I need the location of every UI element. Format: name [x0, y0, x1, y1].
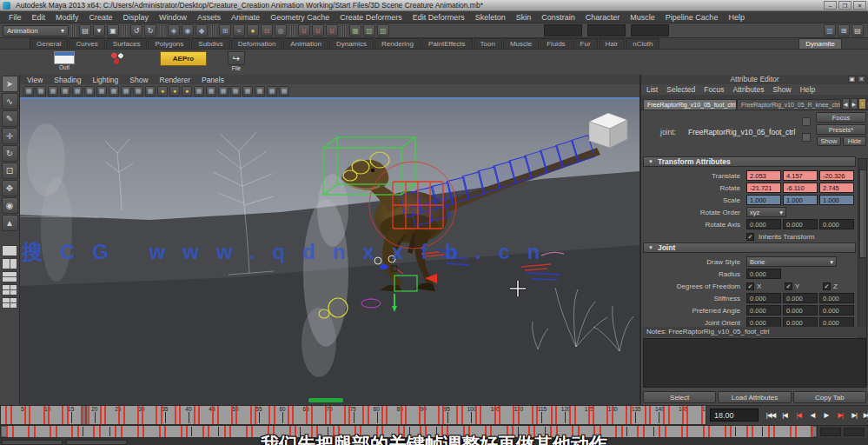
- show-manipulator-tool[interactable]: ▲: [2, 215, 18, 231]
- step-forward-frame-button[interactable]: ▶|: [847, 408, 861, 422]
- snap-magnet-2-icon[interactable]: ∪: [312, 24, 324, 37]
- menu-geometry-cache[interactable]: Geometry Cache: [265, 13, 335, 22]
- shelf-tab-rendering[interactable]: Rendering: [374, 38, 421, 49]
- shelf-item-dots[interactable]: [109, 51, 125, 65]
- scene-view[interactable]: 搜CG www.qdnxxfb.cn: [20, 97, 639, 405]
- move-tool[interactable]: ✛: [2, 128, 18, 144]
- keyframe-tick[interactable]: [161, 406, 162, 424]
- keyframe-tick[interactable]: [246, 426, 248, 437]
- keyframe-tick[interactable]: [551, 406, 553, 424]
- section-transform-attributes[interactable]: ▼Transform Attributes: [643, 156, 856, 167]
- next-key-button[interactable]: ▶|: [833, 408, 847, 422]
- keyframe-tick[interactable]: [480, 406, 481, 424]
- keyframe-tick[interactable]: [288, 406, 289, 424]
- keyframe-tick[interactable]: [159, 426, 161, 437]
- keyframe-tick[interactable]: [50, 426, 51, 437]
- menu-create-deformers[interactable]: Create Deformers: [335, 13, 407, 22]
- keyframe-tick[interactable]: [630, 406, 632, 424]
- open-scene-icon[interactable]: ▼: [93, 24, 105, 37]
- radius-field-0[interactable]: 0.000: [746, 269, 781, 279]
- preferred-angle-field-2[interactable]: 0.000: [819, 305, 854, 315]
- keyframe-tick[interactable]: [198, 406, 200, 424]
- select-by-hierarchy-icon[interactable]: ◈: [168, 24, 180, 37]
- menu-edit[interactable]: Edit: [27, 13, 51, 22]
- ae-menu-selected[interactable]: Selected: [666, 85, 695, 94]
- keyframe-tick[interactable]: [475, 406, 477, 424]
- wireframe-on-shaded-icon[interactable]: ▦: [133, 86, 143, 96]
- keyframe-tick[interactable]: [588, 406, 590, 424]
- stiffness-field-0[interactable]: 0.000: [746, 293, 781, 303]
- render-current-frame-icon[interactable]: ▦: [349, 24, 361, 37]
- show-tool-settings-icon[interactable]: ⊞: [838, 24, 850, 37]
- group-grip[interactable]: [290, 25, 295, 37]
- screen-space-ao-icon[interactable]: ●: [182, 86, 192, 96]
- keyframe-tick[interactable]: [593, 406, 594, 424]
- shadows-icon[interactable]: ●: [169, 86, 180, 96]
- keyframe-tick[interactable]: [708, 426, 710, 437]
- menu-display[interactable]: Display: [118, 13, 155, 22]
- translate-field-2[interactable]: -20.326: [819, 170, 854, 181]
- shelf-tab-hair[interactable]: Hair: [599, 38, 626, 49]
- keyframe-tick[interactable]: [99, 426, 101, 437]
- keyframe-tick[interactable]: [329, 406, 331, 424]
- menu-window[interactable]: Window: [154, 13, 192, 22]
- play-backwards-button[interactable]: ◀: [805, 408, 819, 422]
- help-line-stub[interactable]: [66, 440, 127, 445]
- keyframe-tick[interactable]: [773, 426, 775, 437]
- stiffness-field-2[interactable]: 0.000: [819, 293, 854, 303]
- title-bar[interactable]: Autodesk Maya 2013 x64: C:/Users/Adminis…: [0, 0, 868, 11]
- keyframe-tick[interactable]: [795, 426, 797, 437]
- keyframe-tick[interactable]: [325, 406, 327, 424]
- gate-mask-icon[interactable]: ▦: [279, 86, 289, 96]
- shelf-tab-deformation[interactable]: Deformation: [231, 38, 283, 49]
- dof-y-checkbox[interactable]: ✓: [785, 282, 792, 290]
- keyframe-tick[interactable]: [142, 406, 143, 424]
- keyframe-tick[interactable]: [812, 426, 813, 437]
- copy-tab-button[interactable]: Copy Tab: [793, 391, 866, 403]
- shelf-tab-painteffects[interactable]: PaintEffects: [421, 38, 473, 49]
- camera-attributes-icon[interactable]: ▦: [48, 86, 58, 96]
- ae-menu-help[interactable]: Help: [800, 85, 815, 94]
- resolution-gate-icon[interactable]: ▦: [267, 86, 277, 96]
- end-frame-field[interactable]: [844, 428, 865, 436]
- go-to-start-button[interactable]: |◀◀: [764, 408, 778, 422]
- keyframe-tick[interactable]: [250, 406, 252, 424]
- panel-menu-lighting[interactable]: Lighting: [92, 76, 118, 84]
- keyframe-tick[interactable]: [292, 406, 294, 424]
- keyframe-tick[interactable]: [235, 406, 237, 424]
- rotate-tool[interactable]: ↻: [2, 145, 18, 162]
- isolate-select-icon[interactable]: ▦: [242, 86, 253, 96]
- bookmarks-icon[interactable]: ▦: [60, 86, 70, 96]
- keyframe-tick[interactable]: [142, 426, 144, 437]
- universal-manipulator-tool[interactable]: ✥: [2, 180, 18, 196]
- keyframe-tick[interactable]: [202, 426, 204, 437]
- load-attributes-button[interactable]: Load Attributes: [718, 391, 791, 403]
- shelf-tab-animation[interactable]: Animation: [283, 38, 328, 49]
- shelf-tab-dynamite[interactable]: Dynamite: [798, 38, 842, 49]
- keyframe-tick[interactable]: [681, 426, 683, 437]
- keyframe-tick[interactable]: [368, 406, 369, 424]
- menu-set-selector[interactable]: Animation▾: [3, 25, 69, 37]
- shelf-tab-subdivs[interactable]: Subdivs: [191, 38, 229, 49]
- paint-selection-tool[interactable]: ✎: [2, 110, 18, 127]
- keyframe-tick[interactable]: [518, 406, 520, 424]
- step-back-frame-button[interactable]: |◀: [778, 408, 792, 422]
- shelf-tab-polygons[interactable]: Polygons: [148, 38, 190, 49]
- make-live-icon[interactable]: ◎: [275, 24, 287, 37]
- hide-button[interactable]: Hide: [843, 136, 866, 146]
- keyframe-tick[interactable]: [194, 406, 195, 424]
- keyframe-tick[interactable]: [137, 426, 139, 437]
- notes-bar[interactable]: Notes: FreeRaptorRig_v10_05_foot_ctrl: [643, 327, 866, 337]
- ae-menu-focus[interactable]: Focus: [704, 85, 724, 94]
- keyframe-tick[interactable]: [56, 426, 57, 437]
- scale-field-0[interactable]: 1.000: [746, 195, 781, 205]
- current-time-marker[interactable]: [81, 406, 89, 424]
- keyframe-tick[interactable]: [790, 426, 792, 437]
- dof-z-checkbox[interactable]: ✓: [823, 282, 831, 290]
- keyframe-tick[interactable]: [555, 406, 557, 424]
- shelf-tab-toon[interactable]: Toon: [474, 38, 502, 49]
- shelf-tab-fur[interactable]: Fur: [573, 38, 598, 49]
- two-d-pan-zoom-icon[interactable]: ▦: [84, 86, 95, 96]
- keyframe-tick[interactable]: [71, 426, 73, 437]
- stiffness-field-1[interactable]: 0.000: [783, 293, 818, 303]
